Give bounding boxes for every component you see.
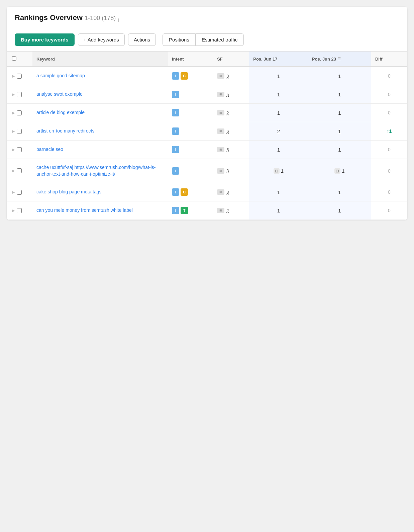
select-all-checkbox[interactable]	[12, 56, 16, 61]
pos-jun17-value: 2	[277, 128, 280, 134]
table-row: ▶ barnacle seoI ⊞ 5 110	[7, 141, 407, 159]
pos-jun23-cell: 1	[308, 104, 371, 122]
sf-icon: ⊞	[217, 168, 224, 174]
toolbar: Buy more keywords + Add keywords Actions…	[15, 33, 399, 46]
row-checkbox[interactable]	[17, 129, 22, 134]
diff-cell: 0	[371, 183, 407, 201]
col-header-intent: Intent	[168, 52, 213, 67]
diff-cell: 0	[371, 201, 407, 220]
sf-cell: ⊞ 3	[213, 159, 249, 183]
keyword-link[interactable]: article de blog exemple	[36, 110, 85, 115]
pos-jun17-value: 1	[277, 189, 280, 195]
intent-badge-i: I	[172, 72, 179, 80]
sf-number[interactable]: 3	[226, 168, 229, 173]
expand-icon[interactable]: ▶	[12, 129, 15, 134]
sf-icon: ⊞	[217, 128, 224, 134]
keyword-link[interactable]: cake shop blog page meta tags	[36, 189, 102, 194]
sf-icon: ⊞	[217, 92, 224, 97]
col-header-pos-jun23: Pos. Jun 23 ☰	[308, 52, 371, 67]
pos-jun17-cell: 2	[249, 122, 308, 141]
table-row: ▶ artlist err too many redirectsI ⊞ 6 21…	[7, 122, 407, 141]
info-icon[interactable]: i	[118, 17, 119, 23]
row-checkbox[interactable]	[17, 168, 22, 173]
sf-cell: ⊞ 3	[213, 67, 249, 85]
pos-jun23-cell: 1	[308, 85, 371, 104]
buy-keywords-button[interactable]: Buy more keywords	[15, 33, 75, 46]
intent-badge-t: T	[181, 207, 188, 214]
pos-jun23-value: 1	[338, 110, 341, 116]
col-header-pos-jun17: Pos. Jun 17	[249, 52, 308, 67]
row-checkbox[interactable]	[17, 190, 22, 195]
expand-icon[interactable]: ▶	[12, 148, 15, 152]
rankings-table: Keyword Intent SF Pos. Jun 17	[7, 52, 407, 220]
sf-number[interactable]: 5	[226, 147, 229, 152]
row-checkbox[interactable]	[17, 92, 22, 97]
sf-number[interactable]: 6	[226, 129, 229, 134]
row-checkbox[interactable]	[17, 74, 22, 79]
diff-cell: 0	[371, 159, 407, 183]
sf-icon: ⊞	[217, 147, 224, 152]
expand-icon[interactable]: ▶	[12, 111, 15, 115]
pos-jun23-cell: 1	[308, 201, 371, 220]
pos-jun23-value: 1	[338, 128, 341, 134]
pos-jun23-cell: 1	[308, 122, 371, 141]
actions-button[interactable]: Actions	[128, 33, 156, 46]
pos-jun23-value: 1	[338, 73, 341, 79]
intent-cell: I	[168, 122, 213, 141]
pos-jun17-cell: 1	[249, 67, 308, 85]
expand-icon[interactable]: ▶	[12, 92, 15, 97]
featured-snippet-icon: ⊟	[274, 168, 280, 174]
tab-estimated-traffic[interactable]: Estimated traffic	[195, 33, 244, 46]
sf-icon: ⊞	[217, 110, 224, 115]
pos-jun23-cell: 1	[308, 183, 371, 201]
col-header-sf: SF	[213, 52, 249, 67]
keyword-cell: cake shop blog page meta tags	[32, 183, 168, 201]
row-checkbox[interactable]	[17, 208, 22, 213]
sf-cell: ⊞ 2	[213, 201, 249, 220]
row-checkbox[interactable]	[17, 110, 22, 115]
intent-cell: IT	[168, 201, 213, 220]
sf-icon: ⊞	[217, 73, 224, 79]
intent-cell: IC	[168, 67, 213, 85]
pos-jun17-cell: 1	[249, 201, 308, 220]
sf-number[interactable]: 2	[226, 208, 229, 213]
pos-jun17-cell: ⊟ 1	[249, 159, 308, 183]
sf-number[interactable]: 2	[226, 110, 229, 115]
table-row: ▶ analyse swot exempleI ⊞ 5 110	[7, 85, 407, 104]
keyword-cell: a sample good sitemap	[32, 67, 168, 85]
sf-number[interactable]: 3	[226, 74, 229, 79]
intent-badge-c: C	[181, 188, 188, 196]
table-row: ▶ can you mele money from semtush white …	[7, 201, 407, 220]
expand-icon[interactable]: ▶	[12, 169, 15, 173]
keyword-link[interactable]: cache uc8ttf8f-saj https //www.semrush.c…	[36, 165, 156, 177]
pos-jun17-value: 1	[277, 92, 280, 97]
sf-cell: ⊞ 5	[213, 85, 249, 104]
keyword-link[interactable]: barnacle seo	[36, 147, 63, 152]
pos-jun17-cell: 1	[249, 183, 308, 201]
expand-icon[interactable]: ▶	[12, 74, 15, 78]
intent-badge-i: I	[172, 188, 179, 196]
keyword-link[interactable]: artlist err too many redirects	[36, 128, 95, 134]
pos-jun17-value: 1	[277, 208, 280, 213]
diff-cell: 0	[371, 141, 407, 159]
col-header-keyword: Keyword	[32, 52, 168, 67]
sf-number[interactable]: 5	[226, 92, 229, 97]
pos-jun23-value: 1	[338, 147, 341, 153]
diff-value: 0	[388, 189, 391, 195]
expand-icon[interactable]: ▶	[12, 190, 15, 194]
view-tabs: Positions Estimated traffic	[163, 33, 244, 46]
pos-jun23-cell: 1	[308, 67, 371, 85]
keyword-link[interactable]: a sample good sitemap	[36, 73, 85, 78]
diff-value: 0	[388, 147, 391, 152]
keyword-link[interactable]: can you mele money from semtush white la…	[36, 207, 133, 213]
keyword-link[interactable]: analyse swot exemple	[36, 91, 83, 97]
sort-icon[interactable]: ☰	[337, 57, 341, 61]
expand-icon[interactable]: ▶	[12, 208, 15, 213]
add-keywords-button[interactable]: + Add keywords	[78, 33, 125, 46]
sf-cell: ⊞ 2	[213, 104, 249, 122]
intent-cell: IC	[168, 183, 213, 201]
intent-badge-i: I	[172, 167, 179, 175]
row-checkbox[interactable]	[17, 147, 22, 152]
tab-positions[interactable]: Positions	[163, 33, 195, 46]
sf-number[interactable]: 3	[226, 190, 229, 195]
